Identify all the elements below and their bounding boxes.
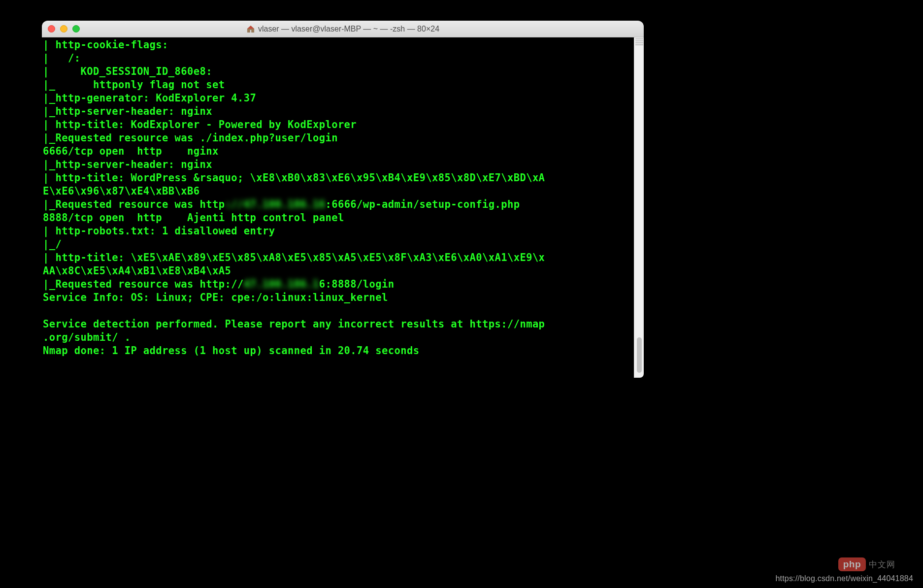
- minimize-button[interactable]: [60, 25, 67, 33]
- output-line: | KOD_SESSION_ID_860e8:: [43, 65, 633, 78]
- output-line: |_http-server-header: nginx: [43, 105, 633, 118]
- output-line: [43, 304, 633, 318]
- php-pill-logo: php: [838, 557, 866, 571]
- output-line: .org/submit/ .: [43, 331, 633, 344]
- output-line: 6666/tcp open http nginx: [43, 145, 633, 158]
- terminal-output[interactable]: | http-cookie-flags:| /:| KOD_SESSION_ID…: [42, 37, 634, 378]
- output-line: |_ httponly flag not set: [43, 78, 633, 92]
- scrollbar-thumb[interactable]: [637, 337, 642, 373]
- output-line: |_Requested resource was http://47.100.1…: [43, 278, 633, 291]
- output-line: |_/: [43, 238, 633, 251]
- output-line: | http-cookie-flags:: [43, 38, 633, 52]
- output-line: Service Info: OS: Linux; CPE: cpe:/o:lin…: [43, 291, 633, 304]
- close-button[interactable]: [48, 25, 55, 33]
- output-line: 8888/tcp open http Ajenti http control p…: [43, 211, 633, 225]
- terminal-window: vlaser — vlaser@vlaser-MBP — ~ — -zsh — …: [42, 21, 644, 378]
- home-icon: [246, 25, 255, 33]
- output-line: Nmap done: 1 IP address (1 host up) scan…: [43, 344, 633, 358]
- window-title-text: vlaser — vlaser@vlaser-MBP — ~ — -zsh — …: [258, 25, 439, 33]
- zoom-button[interactable]: [72, 25, 80, 33]
- redacted-ip: ://47.100.186.16: [225, 198, 326, 210]
- output-line: | http-robots.txt: 1 disallowed entry: [43, 225, 633, 238]
- php-watermark: php 中文网: [838, 557, 895, 571]
- output-line: |_http-generator: KodExplorer 4.37: [43, 92, 633, 105]
- output-line: | http-title: KodExplorer - Powered by K…: [43, 118, 633, 131]
- output-line: |_Requested resource was ./index.php?use…: [43, 131, 633, 145]
- output-line: E\xE6\x96\x87\xE4\xBB\xB6: [43, 185, 633, 198]
- terminal-body: | http-cookie-flags:| /:| KOD_SESSION_ID…: [42, 37, 644, 378]
- window-titlebar[interactable]: vlaser — vlaser@vlaser-MBP — ~ — -zsh — …: [42, 21, 644, 37]
- window-title: vlaser — vlaser@vlaser-MBP — ~ — -zsh — …: [42, 25, 644, 33]
- csdn-source-text: https://blog.csdn.net/weixin_44041884: [775, 574, 913, 583]
- output-line: | http-title: \xE5\xAE\x89\xE5\x85\xA8\x…: [43, 251, 633, 264]
- output-line: AA\x8C\xE5\xA4\xB1\xE8\xB4\xA5: [43, 264, 633, 278]
- scroll-hatch-icon: [635, 38, 643, 45]
- scrollbar-track[interactable]: [634, 37, 644, 378]
- php-cn-text: 中文网: [869, 559, 895, 570]
- output-line: | /:: [43, 52, 633, 65]
- traffic-lights: [48, 25, 80, 33]
- output-line: | http-title: WordPress &rsaquo; \xE8\xB…: [43, 171, 633, 185]
- output-line: |_http-server-header: nginx: [43, 158, 633, 171]
- redacted-ip: 47.100.186.1: [244, 278, 319, 290]
- output-line: |_Requested resource was http://47.100.1…: [43, 198, 633, 211]
- output-line: Service detection performed. Please repo…: [43, 318, 633, 331]
